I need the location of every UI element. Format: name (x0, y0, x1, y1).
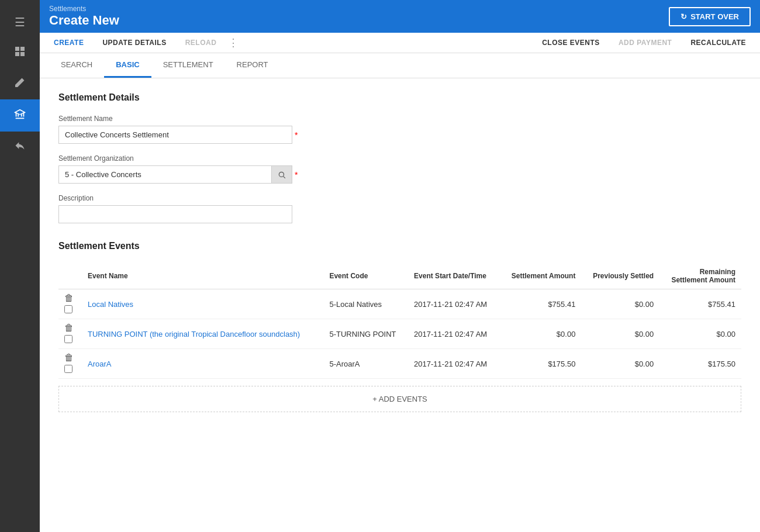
row-2-event-name: TURNING POINT (the original Tropical Dan… (82, 319, 323, 349)
table-row: 🗑 TURNING POINT (the original Tropical D… (58, 319, 741, 349)
row-1-event-start: 2017-11-21 02:47 AM (408, 289, 499, 319)
refresh-icon: ↻ (680, 12, 687, 21)
settlement-org-label: Settlement Organization (58, 154, 741, 163)
table-row: 🗑 Local Natives 5-Local Natives 2017-11-… (58, 289, 741, 319)
create-button[interactable]: CREATE (44, 33, 93, 53)
col-previously-settled: Previously Settled (581, 263, 659, 289)
settlement-org-search-button[interactable] (271, 165, 292, 184)
page-body: Settlement Details Settlement Name * Set… (40, 78, 760, 532)
settlement-org-input[interactable] (58, 165, 292, 184)
row-2-previously-settled: $0.00 (581, 319, 659, 349)
row-1-settlement-amount: $755.41 (500, 289, 582, 319)
col-remaining: Remaining Settlement Amount (659, 263, 741, 289)
tab-settlement[interactable]: SETTLEMENT (151, 53, 225, 78)
settlement-name-input[interactable] (58, 126, 292, 144)
col-event-start: Event Start Date/Time (408, 263, 499, 289)
row-3-remaining: $175.50 (659, 349, 741, 379)
menu-icon[interactable]: ☰ (0, 7, 40, 37)
description-group: Description (58, 194, 741, 223)
tab-basic[interactable]: BASIC (104, 53, 151, 78)
row-3-actions: 🗑 (58, 349, 82, 379)
row-1-delete-icon[interactable]: 🗑 (64, 293, 76, 303)
row-3-event-start: 2017-11-21 02:47 AM (408, 349, 499, 379)
scale-icon[interactable] (0, 99, 40, 132)
row-1-event-name: Local Natives (82, 289, 323, 319)
row-1-remaining: $755.41 (659, 289, 741, 319)
row-1-checkbox[interactable] (64, 305, 72, 313)
settlement-name-required: * (295, 130, 298, 140)
row-2-event-code: 5-TURNING POINT (323, 319, 408, 349)
settlement-org-input-wrapper (58, 165, 292, 184)
row-2-checkbox[interactable] (64, 335, 72, 343)
svg-rect-2 (15, 52, 19, 56)
tabs-bar: SEARCH BASIC SETTLEMENT REPORT (40, 53, 760, 78)
toolbar-right: CLOSE EVENTS ADD PAYMENT RECALCULATE (533, 33, 755, 53)
row-2-actions: 🗑 (58, 319, 82, 349)
svg-point-4 (279, 172, 284, 177)
row-3-previously-settled: $0.00 (581, 349, 659, 379)
tab-search[interactable]: SEARCH (49, 53, 104, 78)
row-2-event-link[interactable]: TURNING POINT (the original Tropical Dan… (88, 330, 300, 338)
breadcrumb: Settlements (49, 5, 119, 13)
row-2-delete-icon[interactable]: 🗑 (64, 323, 76, 333)
page-title: Create New (49, 13, 119, 28)
tab-report[interactable]: REPORT (225, 53, 280, 78)
row-1-actions: 🗑 (58, 289, 82, 319)
more-options-button[interactable]: ⋮ (226, 36, 241, 49)
svg-rect-3 (20, 52, 25, 56)
reload-button[interactable]: RELOAD (176, 33, 226, 53)
col-actions (58, 263, 82, 289)
svg-line-5 (284, 176, 285, 178)
row-2-remaining: $0.00 (659, 319, 741, 349)
col-event-name: Event Name (82, 263, 323, 289)
close-events-button[interactable]: CLOSE EVENTS (533, 33, 609, 53)
edit-icon[interactable] (0, 68, 40, 99)
grid-icon[interactable] (0, 37, 40, 68)
settlement-name-group: Settlement Name * (58, 115, 741, 144)
settlement-name-label: Settlement Name (58, 115, 741, 123)
row-1-event-code: 5-Local Natives (323, 289, 408, 319)
section-divider: Settlement Events (58, 241, 741, 251)
exit-icon[interactable] (0, 132, 40, 163)
header-title-area: Settlements Create New (49, 5, 119, 28)
settlement-events-title: Settlement Events (58, 241, 741, 251)
row-2-event-start: 2017-11-21 02:47 AM (408, 319, 499, 349)
toolbar: CREATE UPDATE DETAILS RELOAD ⋮ CLOSE EVE… (40, 33, 760, 53)
col-event-code: Event Code (323, 263, 408, 289)
row-3-event-code: 5-AroarA (323, 349, 408, 379)
row-3-event-name: AroarA (82, 349, 323, 379)
col-settlement-amount: Settlement Amount (500, 263, 582, 289)
description-label: Description (58, 194, 741, 202)
row-2-settlement-amount: $0.00 (500, 319, 582, 349)
row-3-event-link[interactable]: AroarA (88, 360, 111, 368)
row-1-previously-settled: $0.00 (581, 289, 659, 319)
settlement-org-required: * (295, 170, 298, 179)
sidebar: ☰ (0, 0, 40, 532)
main-content: Settlements Create New ↻ START OVER CREA… (40, 0, 760, 532)
row-3-settlement-amount: $175.50 (500, 349, 582, 379)
page-header: Settlements Create New ↻ START OVER (40, 0, 760, 33)
row-1-event-link[interactable]: Local Natives (88, 300, 133, 309)
row-3-delete-icon[interactable]: 🗑 (64, 353, 76, 363)
add-payment-button[interactable]: ADD PAYMENT (609, 33, 682, 53)
update-details-button[interactable]: UPDATE DETAILS (93, 33, 175, 53)
events-table: Event Name Event Code Event Start Date/T… (58, 263, 741, 379)
row-3-checkbox[interactable] (64, 365, 72, 373)
svg-rect-1 (20, 47, 25, 51)
start-over-button[interactable]: ↻ START OVER (669, 7, 751, 26)
table-row: 🗑 AroarA 5-AroarA 2017-11-21 02:47 AM $1… (58, 349, 741, 379)
svg-rect-0 (15, 47, 19, 51)
recalculate-button[interactable]: RECALCULATE (681, 33, 755, 53)
description-input[interactable] (58, 205, 292, 223)
add-events-button[interactable]: + ADD EVENTS (58, 386, 741, 412)
settlement-details-title: Settlement Details (58, 92, 741, 103)
settlement-org-group: Settlement Organization * (58, 154, 741, 184)
